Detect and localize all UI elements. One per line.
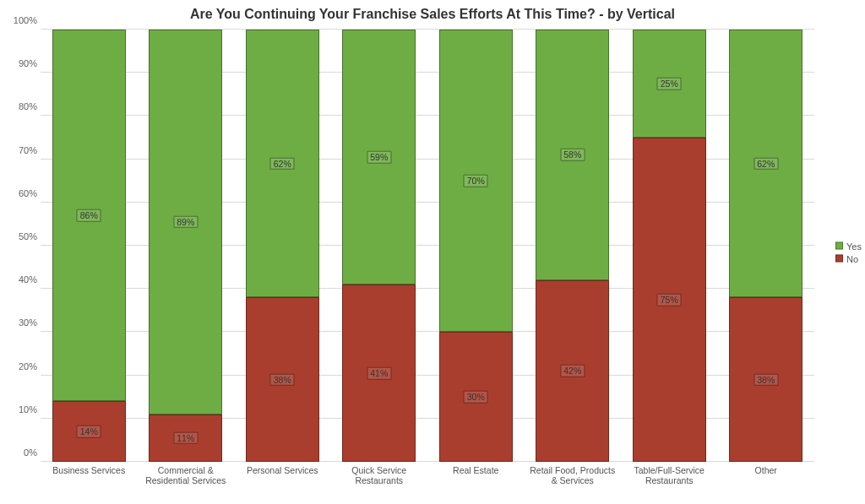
y-tick: 20% (3, 361, 37, 371)
legend-entry-yes: Yes (835, 241, 862, 251)
x-tick: Retail Food, Products & Services (525, 462, 622, 504)
plot-area: 0% 10% 20% 30% 40% 50% 60% 70% 80% 90% 1… (41, 30, 814, 462)
data-label-no: 30% (464, 391, 488, 404)
bar-full-service: 75% 25% (633, 30, 706, 462)
x-tick: Real Estate (427, 462, 525, 504)
legend-label: Yes (846, 241, 862, 251)
y-tick: 0% (3, 448, 37, 458)
x-tick: Business Services (41, 462, 138, 504)
legend-label: No (846, 253, 858, 263)
x-tick: Table/Full-Service Restaurants (621, 462, 718, 504)
data-label-yes: 59% (367, 151, 391, 164)
x-tick: Quick Service Restaurants (331, 462, 428, 504)
bar-qsr: 41% 59% (342, 30, 416, 462)
data-label-no: 41% (367, 367, 391, 380)
bars-container: 14% 86% 11% 89% 38% 62% 41% 59% 30% 70% … (41, 30, 814, 462)
bar-business-services: 14% 86% (52, 30, 126, 462)
data-label-no: 75% (657, 294, 682, 306)
data-label-no: 38% (753, 373, 778, 386)
data-label-yes: 70% (464, 175, 488, 187)
y-tick: 80% (3, 102, 37, 111)
y-tick: 50% (3, 232, 37, 241)
y-tick: 90% (3, 59, 37, 68)
data-label-no: 14% (77, 425, 101, 438)
y-tick: 70% (3, 145, 37, 154)
chart-title: Are You Continuing Your Franchise Sales … (0, 7, 865, 22)
data-label-no: 11% (173, 432, 198, 445)
y-tick: 30% (3, 318, 37, 328)
bar-commercial-residential: 11% 89% (149, 30, 222, 462)
legend: Yes No (835, 238, 862, 266)
data-label-yes: 86% (77, 209, 101, 222)
data-label-no: 42% (560, 365, 585, 377)
legend-entry-no: No (835, 253, 862, 263)
x-tick: Personal Services (234, 462, 331, 504)
bar-real-estate: 30% 70% (439, 30, 513, 462)
square-icon (835, 242, 843, 250)
y-tick: 40% (3, 275, 37, 285)
square-icon (835, 255, 843, 263)
data-label-yes: 25% (657, 78, 682, 90)
data-label-yes: 62% (753, 157, 778, 170)
data-label-yes: 58% (560, 149, 585, 161)
data-label-yes: 89% (173, 216, 198, 229)
y-tick: 10% (3, 404, 37, 414)
data-label-no: 38% (270, 373, 295, 386)
data-label-yes: 62% (270, 157, 295, 170)
x-tick: Commercial & Residential Services (138, 462, 235, 504)
x-tick: Other (718, 462, 815, 504)
bar-personal-services: 38% 62% (246, 30, 319, 462)
x-axis: Business Services Commercial & Residenti… (41, 462, 814, 504)
y-tick: 60% (3, 188, 37, 198)
y-tick: 100% (3, 16, 37, 25)
bar-retail-food: 42% 58% (536, 30, 609, 462)
bar-other: 38% 62% (729, 30, 802, 462)
